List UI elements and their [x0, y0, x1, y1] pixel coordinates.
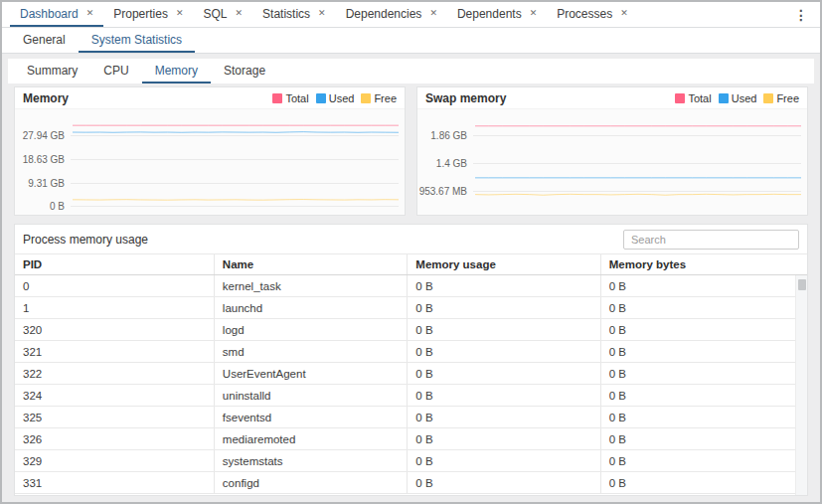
axis-tick-label: 0 B	[15, 201, 65, 212]
scrollbar[interactable]	[795, 275, 807, 495]
cell-pid: 322	[15, 363, 215, 384]
table-row[interactable]: 325fseventsd0 B0 B	[15, 407, 807, 428]
scrollbar-thumb[interactable]	[798, 279, 806, 290]
cell-memory-usage: 0 B	[408, 275, 600, 296]
cell-name: mediaremoted	[215, 428, 408, 449]
cell-name: kernel_task	[215, 275, 408, 296]
close-icon[interactable]: ✕	[176, 9, 184, 18]
axis-tick-label: 1.86 GB	[417, 130, 467, 141]
legend-item-free: Free	[361, 92, 397, 104]
tab-cpu[interactable]: CPU	[90, 59, 141, 84]
tab-dependents[interactable]: Dependents✕	[447, 2, 547, 27]
cell-pid: 0	[15, 275, 215, 296]
cell-pid: 324	[15, 385, 215, 406]
chart-panel-memory: MemoryTotalUsedFree27.94 GB18.63 GB9.31 …	[14, 86, 406, 216]
cell-pid: 321	[15, 341, 215, 362]
table-row[interactable]: 1launchd0 B0 B	[15, 297, 807, 319]
table-row[interactable]: 326mediaremoted0 B0 B	[15, 428, 807, 450]
tab-properties[interactable]: Properties✕	[103, 2, 193, 27]
close-icon[interactable]: ✕	[429, 9, 437, 18]
tab-statistics[interactable]: Statistics✕	[252, 2, 336, 27]
search-input[interactable]	[623, 230, 799, 250]
tab-dependencies[interactable]: Dependencies✕	[336, 2, 447, 27]
cell-memory-usage: 0 B	[408, 297, 600, 318]
table-row[interactable]: 322UserEventAgent0 B0 B	[15, 363, 807, 385]
tab-system-statistics[interactable]: System Statistics	[79, 28, 195, 53]
tab-label: Dashboard	[20, 7, 79, 21]
chart-plot: 1.86 GB1.4 GB953.67 MB	[417, 109, 807, 215]
cell-name: systemstats	[215, 450, 408, 471]
process-memory-usage-panel: Process memory usage PIDNameMemory usage…	[14, 224, 808, 496]
legend-swatch	[361, 93, 371, 103]
cell-name: smd	[215, 341, 408, 362]
cell-memory-bytes: 0 B	[601, 297, 807, 318]
cell-memory-usage: 0 B	[408, 319, 600, 340]
tab-memory[interactable]: Memory	[142, 59, 211, 84]
cell-memory-usage: 0 B	[408, 385, 600, 406]
close-icon[interactable]: ✕	[318, 9, 326, 18]
chart-plot: 27.94 GB18.63 GB9.31 GB0 B	[15, 109, 405, 215]
cell-memory-usage: 0 B	[408, 363, 600, 384]
tab-general[interactable]: General	[10, 28, 79, 53]
tab-label: Processes	[557, 7, 612, 21]
legend-swatch	[763, 93, 773, 103]
legend-label: Free	[776, 92, 799, 104]
cell-memory-bytes: 0 B	[601, 363, 807, 384]
table-row[interactable]: 0kernel_task0 B0 B	[15, 275, 807, 297]
dashboard-tab-bar: GeneralSystem Statistics	[2, 28, 820, 54]
legend-item-total: Total	[675, 92, 711, 104]
close-icon[interactable]: ✕	[236, 9, 244, 18]
kebab-menu-icon[interactable]: ⋮	[782, 2, 820, 27]
column-header-name[interactable]: Name	[215, 254, 408, 274]
cell-pid: 329	[15, 450, 215, 471]
cell-name: uninstalld	[215, 385, 408, 406]
cell-memory-bytes: 0 B	[601, 450, 807, 471]
legend-label: Used	[732, 92, 757, 104]
table-row[interactable]: 321smd0 B0 B	[15, 341, 807, 363]
tab-summary[interactable]: Summary	[14, 59, 90, 84]
legend-swatch	[719, 93, 729, 103]
tab-dashboard[interactable]: Dashboard✕	[10, 2, 103, 27]
table-titlebar: Process memory usage	[15, 225, 807, 254]
cell-memory-bytes: 0 B	[601, 275, 807, 296]
dashboard-content: SummaryCPUMemoryStorage MemoryTotalUsedF…	[2, 54, 820, 502]
close-icon[interactable]: ✕	[86, 9, 94, 18]
table-row[interactable]: 324uninstalld0 B0 B	[15, 385, 807, 407]
column-header-pid[interactable]: PID	[15, 254, 215, 274]
cell-pid: 326	[15, 428, 215, 449]
cell-memory-usage: 0 B	[408, 428, 600, 449]
tab-label: Properties	[113, 7, 168, 21]
cell-name: fseventsd	[215, 407, 408, 427]
chart-legend: TotalUsedFree	[675, 92, 799, 104]
legend-item-free: Free	[763, 92, 799, 104]
cell-pid: 325	[15, 407, 215, 427]
table-row[interactable]: 320logd0 B0 B	[15, 319, 807, 341]
table-row[interactable]: 329systemstats0 B0 B	[15, 450, 807, 472]
tab-storage[interactable]: Storage	[211, 59, 278, 84]
tab-sql[interactable]: SQL✕	[194, 2, 253, 27]
legend-item-used: Used	[316, 92, 355, 104]
legend-label: Total	[285, 92, 308, 104]
close-icon[interactable]: ✕	[530, 9, 538, 18]
tab-label: Dependencies	[346, 7, 422, 21]
legend-swatch	[675, 93, 685, 103]
chart-title: Swap memory	[425, 91, 506, 105]
tab-processes[interactable]: Processes✕	[547, 2, 638, 27]
cell-memory-bytes: 0 B	[601, 428, 807, 449]
column-header-memory-usage[interactable]: Memory usage	[408, 254, 600, 274]
table-body: 0kernel_task0 B0 B1launchd0 B0 B320logd0…	[15, 275, 807, 495]
legend-item-used: Used	[719, 92, 757, 104]
axis-tick-label: 1.4 GB	[417, 157, 467, 168]
table-row[interactable]: 331configd0 B0 B	[15, 472, 807, 494]
table-header-row: PIDNameMemory usageMemory bytes	[15, 254, 807, 275]
cell-memory-usage: 0 B	[408, 341, 600, 362]
cell-memory-bytes: 0 B	[601, 385, 807, 406]
close-icon[interactable]: ✕	[620, 9, 628, 18]
legend-label: Used	[329, 92, 355, 104]
tab-label: Statistics	[262, 7, 310, 21]
cell-name: UserEventAgent	[215, 363, 408, 384]
cell-memory-usage: 0 B	[408, 472, 600, 493]
column-header-memory-bytes[interactable]: Memory bytes	[601, 254, 807, 274]
cell-pid: 1	[15, 297, 215, 318]
chart-panel-swap-memory: Swap memoryTotalUsedFree1.86 GB1.4 GB953…	[416, 86, 808, 216]
